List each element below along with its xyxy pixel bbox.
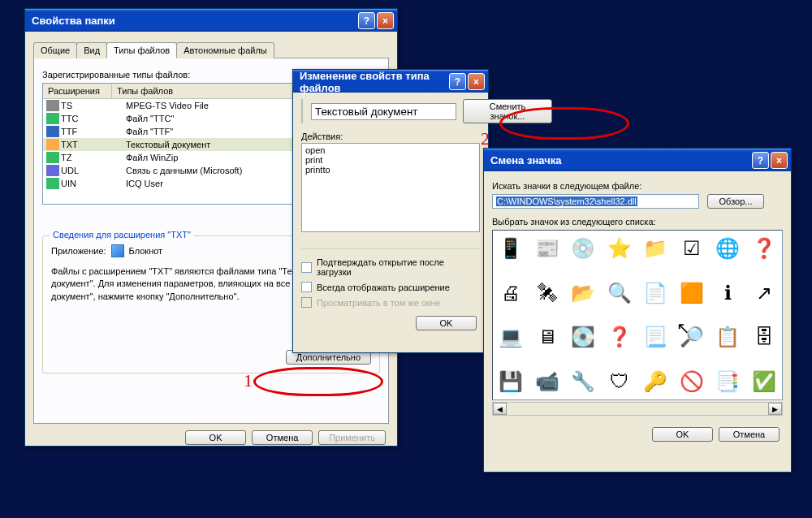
icon-cell[interactable]: ❓: [607, 324, 633, 350]
titlebar[interactable]: Смена значка ? ×: [484, 149, 791, 171]
apply-button: Применить: [318, 430, 386, 445]
action-item[interactable]: open: [305, 145, 476, 155]
icon-cell[interactable]: ↗: [751, 280, 777, 306]
icon-cell[interactable]: ❓: [751, 235, 777, 261]
titlebar[interactable]: Изменение свойств типа файлов ? ×: [293, 70, 488, 93]
ok-button[interactable]: OK: [416, 316, 477, 330]
tab-view[interactable]: Вид: [76, 42, 107, 58]
confirm-open-checkbox[interactable]: [301, 262, 312, 273]
tab-filetypes[interactable]: Типы файлов: [106, 42, 177, 58]
icon-cell[interactable]: 🚫: [679, 369, 705, 395]
icon-cell[interactable]: 📑: [715, 369, 741, 395]
icon-cell[interactable]: ℹ: [715, 280, 741, 306]
ok-button[interactable]: OK: [185, 430, 246, 445]
cancel-button[interactable]: Отмена: [252, 430, 313, 445]
cancel-button[interactable]: Отмена: [719, 427, 780, 442]
icon-cell[interactable]: 🖨: [498, 280, 524, 306]
same-window-checkbox: [301, 297, 312, 308]
group-legend: Сведения для расширения "TXT": [50, 230, 194, 240]
annotation-number-2: 2: [481, 128, 490, 149]
ok-button[interactable]: OK: [652, 427, 713, 442]
icon-cell[interactable]: 💻: [498, 324, 524, 350]
tabs: Общие Вид Типы файлов Автономные файлы: [33, 41, 389, 58]
help-button[interactable]: ?: [358, 12, 375, 29]
col-ext[interactable]: Расширения: [43, 84, 112, 98]
icon-cell[interactable]: 🟧: [679, 280, 705, 306]
close-button[interactable]: ×: [377, 12, 394, 29]
browse-button[interactable]: Обзор...: [707, 194, 764, 209]
scroll-right-button[interactable]: ▶: [768, 403, 782, 415]
icon-cell[interactable]: 📱: [498, 235, 524, 261]
type-name-field[interactable]: [311, 103, 456, 120]
window-title: Изменение свойств типа файлов: [300, 70, 447, 94]
icon-cell[interactable]: 🔧: [570, 369, 596, 395]
same-window-label: Просматривать в том же окне: [317, 298, 440, 308]
application-name: Блокнот: [129, 246, 163, 256]
icon-cell[interactable]: ✅: [751, 369, 777, 395]
application-label: Приложение:: [51, 246, 106, 256]
tab-general[interactable]: Общие: [33, 42, 77, 58]
titlebar[interactable]: Свойства папки ? ×: [25, 9, 397, 32]
icon-cell[interactable]: 📄: [642, 280, 668, 306]
icon-cell[interactable]: 📁: [642, 235, 668, 261]
icon-cell[interactable]: 🛡: [607, 369, 633, 395]
search-label: Искать значки в следующем файле:: [492, 181, 783, 191]
icon-cell[interactable]: 🌐: [715, 235, 741, 261]
confirm-open-label: Подтверждать открытие после загрузки: [317, 257, 480, 277]
actions-label: Действия:: [301, 132, 480, 141]
notepad-icon: [111, 244, 124, 257]
horizontal-scrollbar[interactable]: ◀ ▶: [492, 402, 783, 416]
close-button[interactable]: ×: [771, 152, 788, 169]
help-button[interactable]: ?: [752, 152, 769, 169]
window-title: Свойства папки: [32, 15, 356, 27]
icon-cell[interactable]: 💾: [498, 369, 524, 395]
always-show-ext-label: Всегда отображать расширение: [317, 283, 450, 292]
action-item[interactable]: printto: [305, 165, 476, 175]
icon-cell[interactable]: 🔑: [642, 369, 668, 395]
icon-cell[interactable]: ☑: [679, 235, 705, 261]
icon-cell[interactable]: 📋: [715, 324, 741, 350]
icon-cell[interactable]: 🗄: [751, 324, 777, 350]
window-title: Смена значка: [490, 154, 750, 166]
path-input[interactable]: C:\WINDOWS\system32\shell32.dll: [492, 194, 699, 209]
icon-cell[interactable]: 🔍: [607, 280, 633, 306]
tab-offline[interactable]: Автономные файлы: [176, 42, 274, 58]
help-button[interactable]: ?: [449, 73, 466, 90]
edit-filetype-window: Изменение свойств типа файлов ? × Сменит…: [292, 69, 489, 353]
always-show-ext-checkbox[interactable]: [301, 282, 312, 292]
icon-cell[interactable]: 💿: [570, 235, 596, 261]
actions-list[interactable]: openprintprintto: [301, 143, 480, 232]
icon-grid[interactable]: 📱📰💿⭐📁☑🌐❓🖨🛰📂🔍📄🟧ℹ↗💻🖥💽❓📃🔎📋🗄💾📹🔧🛡🔑🚫📑✅: [492, 230, 783, 400]
icon-cell[interactable]: 🖥: [534, 324, 560, 350]
icon-cell[interactable]: 📰: [534, 235, 560, 261]
close-button[interactable]: ×: [468, 73, 485, 90]
annotation-number-1: 1: [244, 370, 253, 391]
select-icon-label: Выбрать значок из следующего списка:: [492, 217, 783, 227]
filetype-icon: [301, 99, 303, 123]
icon-cell[interactable]: 💽: [570, 324, 596, 350]
scroll-left-button[interactable]: ◀: [493, 403, 507, 415]
change-icon-button[interactable]: Сменить значок...: [463, 99, 552, 123]
action-item[interactable]: print: [305, 155, 476, 165]
icon-cell[interactable]: 📃: [642, 324, 668, 350]
icon-cell[interactable]: 📹: [534, 369, 560, 395]
change-icon-window: Смена значка ? × Искать значки в следующ…: [483, 148, 792, 473]
icon-cell[interactable]: 🔎: [679, 324, 705, 350]
icon-cell[interactable]: 📂: [570, 280, 596, 306]
icon-cell[interactable]: 🛰: [534, 280, 560, 306]
icon-cell[interactable]: ⭐: [607, 235, 633, 261]
